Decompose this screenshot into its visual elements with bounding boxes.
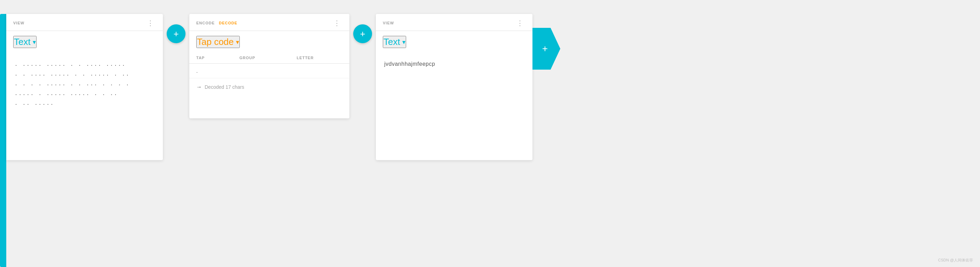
panel-2-type-label: Tap code — [197, 37, 234, 47]
dot-line-4: ..... . ..... ..... . . .. — [14, 88, 154, 98]
cell-letter — [290, 64, 349, 78]
panel-1-type-label: Text — [14, 37, 30, 47]
panel-2-type-row: Tap code ▾ — [189, 31, 349, 52]
panel-1-content: . ..... ..... . . .... ..... . . .... ..… — [6, 52, 163, 160]
dot-line-5: . .. ..... — [14, 98, 154, 108]
panel-1-more-button[interactable]: ⋮ — [145, 19, 156, 27]
panel-1-chevron-icon: ▾ — [33, 38, 36, 46]
panel-encode-decode: ENCODE DECODE ⋮ Tap code ▾ TAP GROUP LET… — [189, 14, 349, 118]
connector-1: + — [163, 24, 189, 43]
panel-3-header-label: VIEW — [383, 21, 394, 25]
connector-2: + — [349, 24, 376, 43]
decoded-row: → Decoded 17 chars — [189, 78, 349, 96]
connector-1-plus-icon: + — [173, 29, 178, 39]
watermark: CSDN @人间体佐菲 — [938, 257, 973, 263]
panel-3-type-row: Text ▾ — [376, 31, 533, 52]
dot-line-1: . ..... ..... . . .... ..... — [14, 59, 154, 69]
decoded-arrow-icon: → — [196, 84, 202, 90]
table-row: . — [189, 64, 349, 78]
panel-1-type-row: Text ▾ — [6, 31, 163, 52]
panel-3-type-label: Text — [383, 37, 400, 47]
panel-2-header: ENCODE DECODE ⋮ — [189, 14, 349, 31]
panel-1-header: VIEW ⋮ — [6, 14, 163, 31]
panel-2-more-button[interactable]: ⋮ — [332, 19, 342, 27]
col-letter: LETTER — [290, 52, 349, 64]
panel-1-type-selector[interactable]: Text ▾ — [13, 36, 37, 48]
dot-line-2: . . .... ..... . . ..... . .. — [14, 69, 154, 79]
decoded-text: Decoded 17 chars — [205, 84, 244, 90]
connector-1-button[interactable]: + — [167, 24, 186, 43]
tab-encode[interactable]: ENCODE — [196, 21, 215, 25]
right-arrow-panel: + — [533, 28, 560, 70]
panel-view-2: VIEW ⋮ Text ▾ jvdvanhhajmfeepcp — [376, 14, 533, 160]
panel-view-1: VIEW ⋮ Text ▾ . ..... ..... . . .... ...… — [6, 14, 163, 160]
cell-group — [232, 64, 290, 78]
right-connector-button[interactable]: + — [542, 43, 548, 54]
panel-3-more-button[interactable]: ⋮ — [515, 19, 525, 27]
tap-table: TAP GROUP LETTER . — [189, 52, 349, 78]
panel-2-chevron-icon: ▾ — [236, 38, 239, 46]
panel-2-tabs: ENCODE DECODE — [196, 21, 237, 25]
col-group: GROUP — [232, 52, 290, 64]
panel-3-chevron-icon: ▾ — [402, 38, 406, 46]
connector-2-button[interactable]: + — [353, 24, 372, 43]
right-connector-plus-icon: + — [542, 43, 548, 54]
tab-decode[interactable]: DECODE — [219, 21, 237, 25]
panel-2-type-selector[interactable]: Tap code ▾ — [196, 36, 240, 48]
connector-2-plus-icon: + — [360, 29, 365, 39]
col-tap: TAP — [189, 52, 232, 64]
dot-line-3: . . . . ..... . . ... . . . . — [14, 79, 154, 88]
panel-3-content: jvdvanhhajmfeepcp — [376, 52, 533, 160]
cell-tap: . — [189, 64, 232, 78]
panel-3-type-selector[interactable]: Text ▾ — [383, 36, 406, 48]
panel-1-header-label: VIEW — [13, 21, 24, 25]
panel-3-text-value: jvdvanhhajmfeepcp — [384, 61, 435, 67]
panel-3-header: VIEW ⋮ — [376, 14, 533, 31]
